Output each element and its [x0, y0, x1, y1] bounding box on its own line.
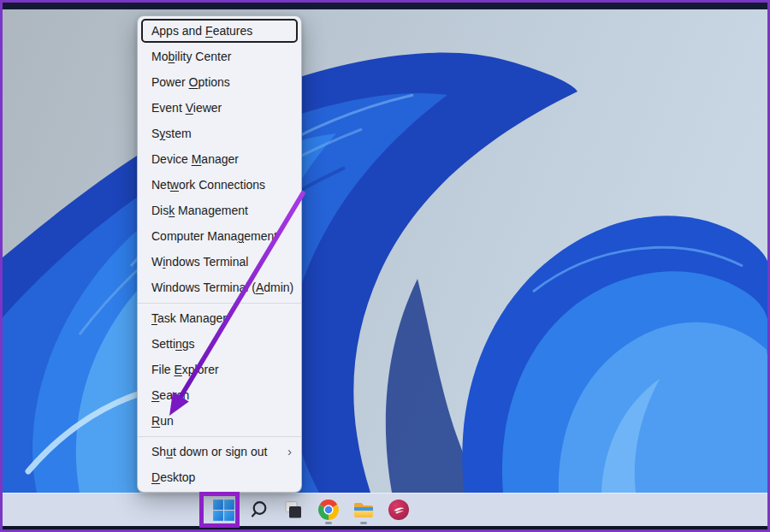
bottom-dark-strip	[3, 526, 767, 529]
running-indicator	[360, 522, 367, 524]
start-button[interactable]	[206, 494, 240, 525]
menu-item-desktop[interactable]: Desktop	[138, 464, 301, 490]
chevron-right-icon: ›	[287, 439, 292, 464]
menu-item-settings[interactable]: Settings	[138, 331, 301, 357]
running-indicator	[325, 522, 332, 524]
menu-item-windows-terminal-admin[interactable]: Windows Terminal (Admin)	[138, 275, 301, 300]
taskbar-icon-row	[206, 494, 416, 526]
menu-item-apps-and-features[interactable]: Apps and Features	[138, 18, 301, 44]
folder-icon	[352, 499, 375, 520]
task-view-button[interactable]	[276, 494, 311, 525]
menu-item-network-connections[interactable]: Network Connections	[138, 172, 301, 198]
screenshot-frame	[3, 3, 767, 529]
menu-item-windows-terminal[interactable]: Windows Terminal	[138, 249, 301, 275]
menu-item-device-manager[interactable]: Device Manager	[138, 146, 301, 172]
red-app-icon	[388, 499, 410, 521]
menu-item-search[interactable]: Search	[138, 382, 301, 408]
menu-item-mobility-center[interactable]: Mobility Center	[138, 44, 301, 69]
menu-item-run[interactable]: Run	[138, 408, 301, 434]
windows-logo-icon	[212, 499, 235, 522]
menu-item-task-manager[interactable]: Task Manager	[138, 305, 301, 331]
menu-item-event-viewer[interactable]: Event Viewer	[138, 95, 301, 121]
top-dark-strip	[3, 3, 767, 9]
search-icon	[248, 499, 269, 520]
menu-item-computer-management[interactable]: Computer Management	[138, 223, 301, 249]
taskbar	[3, 493, 767, 526]
red-app-button[interactable]	[382, 494, 416, 525]
menu-item-disk-management[interactable]: Disk Management	[138, 198, 301, 223]
task-view-icon	[283, 499, 304, 520]
winx-context-menu: Apps and Features Mobility Center Power …	[137, 15, 302, 493]
chrome-button[interactable]	[311, 494, 346, 525]
menu-item-file-explorer[interactable]: File Explorer	[138, 357, 301, 382]
menu-item-shut-down-or-sign-out[interactable]: Shut down or sign out›	[138, 439, 301, 464]
windows-bloom-art	[3, 9, 767, 493]
chrome-icon	[317, 499, 340, 521]
menu-item-power-options[interactable]: Power Options	[138, 69, 301, 95]
file-explorer-button[interactable]	[346, 494, 381, 525]
menu-item-system[interactable]: System	[138, 121, 301, 146]
desktop-wallpaper	[3, 9, 767, 493]
search-button[interactable]	[241, 494, 275, 525]
